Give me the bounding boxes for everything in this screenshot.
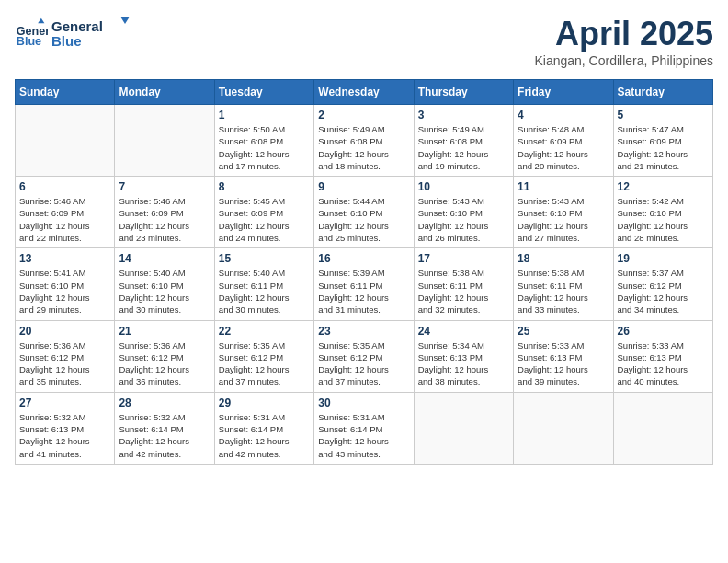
- day-detail: Sunrise: 5:46 AM Sunset: 6:09 PM Dayligh…: [119, 195, 210, 244]
- day-cell: 16Sunrise: 5:39 AM Sunset: 6:11 PM Dayli…: [314, 248, 414, 320]
- day-detail: Sunrise: 5:36 AM Sunset: 6:12 PM Dayligh…: [19, 339, 110, 388]
- day-cell: 30Sunrise: 5:31 AM Sunset: 6:14 PM Dayli…: [314, 392, 414, 464]
- day-detail: Sunrise: 5:46 AM Sunset: 6:09 PM Dayligh…: [19, 195, 110, 244]
- day-cell: 22Sunrise: 5:35 AM Sunset: 6:12 PM Dayli…: [214, 320, 313, 392]
- day-number: 22: [219, 325, 310, 338]
- day-detail: Sunrise: 5:40 AM Sunset: 6:11 PM Dayligh…: [219, 267, 310, 316]
- day-cell: 21Sunrise: 5:36 AM Sunset: 6:12 PM Dayli…: [115, 320, 214, 392]
- weekday-header-saturday: Saturday: [613, 80, 712, 105]
- day-cell: [16, 105, 115, 177]
- day-number: 8: [219, 180, 310, 193]
- logo: General Blue General Blue: [15, 15, 134, 52]
- day-number: 13: [19, 252, 110, 265]
- day-detail: Sunrise: 5:38 AM Sunset: 6:11 PM Dayligh…: [518, 267, 609, 316]
- day-number: 6: [19, 180, 110, 193]
- day-cell: 23Sunrise: 5:35 AM Sunset: 6:12 PM Dayli…: [314, 320, 414, 392]
- day-cell: 14Sunrise: 5:40 AM Sunset: 6:10 PM Dayli…: [115, 248, 214, 320]
- day-number: 15: [219, 252, 310, 265]
- day-detail: Sunrise: 5:34 AM Sunset: 6:13 PM Dayligh…: [418, 339, 509, 388]
- day-number: 29: [219, 396, 310, 409]
- day-cell: 13Sunrise: 5:41 AM Sunset: 6:10 PM Dayli…: [16, 248, 115, 320]
- week-row-3: 13Sunrise: 5:41 AM Sunset: 6:10 PM Dayli…: [16, 248, 713, 320]
- day-cell: 17Sunrise: 5:38 AM Sunset: 6:11 PM Dayli…: [414, 248, 513, 320]
- month-title: April 2025: [534, 15, 713, 53]
- calendar-table: SundayMondayTuesdayWednesdayThursdayFrid…: [15, 79, 713, 465]
- day-number: 7: [119, 180, 210, 193]
- day-detail: Sunrise: 5:32 AM Sunset: 6:13 PM Dayligh…: [19, 411, 110, 460]
- day-number: 5: [618, 109, 709, 121]
- location-subtitle: Kiangan, Cordillera, Philippines: [534, 53, 713, 68]
- svg-text:Blue: Blue: [51, 33, 82, 49]
- day-detail: Sunrise: 5:31 AM Sunset: 6:14 PM Dayligh…: [318, 411, 409, 460]
- day-cell: 11Sunrise: 5:43 AM Sunset: 6:10 PM Dayli…: [514, 177, 613, 248]
- day-cell: 6Sunrise: 5:46 AM Sunset: 6:09 PM Daylig…: [16, 177, 115, 248]
- day-number: 25: [518, 325, 609, 338]
- day-number: 10: [418, 180, 509, 193]
- day-detail: Sunrise: 5:38 AM Sunset: 6:11 PM Dayligh…: [418, 267, 509, 316]
- day-detail: Sunrise: 5:43 AM Sunset: 6:10 PM Dayligh…: [418, 195, 509, 244]
- day-detail: Sunrise: 5:43 AM Sunset: 6:10 PM Dayligh…: [518, 195, 609, 244]
- day-number: 4: [518, 109, 609, 121]
- day-detail: Sunrise: 5:49 AM Sunset: 6:08 PM Dayligh…: [318, 123, 409, 172]
- day-detail: Sunrise: 5:49 AM Sunset: 6:08 PM Dayligh…: [418, 123, 509, 172]
- day-detail: Sunrise: 5:44 AM Sunset: 6:10 PM Dayligh…: [318, 195, 409, 244]
- day-number: 3: [418, 109, 509, 121]
- day-cell: 10Sunrise: 5:43 AM Sunset: 6:10 PM Dayli…: [414, 177, 513, 248]
- weekday-header-thursday: Thursday: [414, 80, 513, 105]
- title-block: April 2025 Kiangan, Cordillera, Philippi…: [534, 15, 713, 68]
- day-cell: 3Sunrise: 5:49 AM Sunset: 6:08 PM Daylig…: [414, 105, 513, 177]
- day-detail: Sunrise: 5:47 AM Sunset: 6:09 PM Dayligh…: [618, 123, 709, 172]
- day-cell: 2Sunrise: 5:49 AM Sunset: 6:08 PM Daylig…: [314, 105, 414, 177]
- day-cell: 25Sunrise: 5:33 AM Sunset: 6:13 PM Dayli…: [514, 320, 613, 392]
- day-cell: 29Sunrise: 5:31 AM Sunset: 6:14 PM Dayli…: [214, 392, 313, 464]
- day-number: 28: [119, 396, 210, 409]
- day-detail: Sunrise: 5:45 AM Sunset: 6:09 PM Dayligh…: [219, 195, 310, 244]
- day-number: 17: [418, 252, 509, 265]
- day-number: 12: [618, 180, 709, 193]
- day-number: 16: [318, 252, 409, 265]
- day-number: 9: [318, 180, 409, 193]
- day-number: 23: [318, 325, 409, 338]
- day-cell: 15Sunrise: 5:40 AM Sunset: 6:11 PM Dayli…: [214, 248, 313, 320]
- day-cell: 8Sunrise: 5:45 AM Sunset: 6:09 PM Daylig…: [214, 177, 313, 248]
- day-cell: [514, 392, 613, 464]
- day-cell: 20Sunrise: 5:36 AM Sunset: 6:12 PM Dayli…: [16, 320, 115, 392]
- weekday-header-sunday: Sunday: [16, 80, 115, 105]
- weekday-header-row: SundayMondayTuesdayWednesdayThursdayFrid…: [16, 80, 713, 105]
- day-number: 26: [618, 325, 709, 338]
- day-cell: 1Sunrise: 5:50 AM Sunset: 6:08 PM Daylig…: [214, 105, 313, 177]
- day-cell: 7Sunrise: 5:46 AM Sunset: 6:09 PM Daylig…: [115, 177, 214, 248]
- day-detail: Sunrise: 5:40 AM Sunset: 6:10 PM Dayligh…: [119, 267, 210, 316]
- day-detail: Sunrise: 5:50 AM Sunset: 6:08 PM Dayligh…: [219, 123, 310, 172]
- day-cell: 28Sunrise: 5:32 AM Sunset: 6:14 PM Dayli…: [115, 392, 214, 464]
- page-header: General Blue General Blue April 2025 Kia…: [15, 15, 713, 68]
- day-number: 24: [418, 325, 509, 338]
- day-detail: Sunrise: 5:39 AM Sunset: 6:11 PM Dayligh…: [318, 267, 409, 316]
- day-number: 18: [518, 252, 609, 265]
- day-cell: 12Sunrise: 5:42 AM Sunset: 6:10 PM Dayli…: [613, 177, 712, 248]
- day-cell: 18Sunrise: 5:38 AM Sunset: 6:11 PM Dayli…: [514, 248, 613, 320]
- day-number: 2: [318, 109, 409, 121]
- day-cell: 5Sunrise: 5:47 AM Sunset: 6:09 PM Daylig…: [613, 105, 712, 177]
- day-cell: 19Sunrise: 5:37 AM Sunset: 6:12 PM Dayli…: [613, 248, 712, 320]
- day-detail: Sunrise: 5:33 AM Sunset: 6:13 PM Dayligh…: [518, 339, 609, 388]
- day-cell: [115, 105, 214, 177]
- day-number: 21: [119, 325, 210, 338]
- logo-icon: General Blue: [15, 17, 48, 50]
- day-detail: Sunrise: 5:32 AM Sunset: 6:14 PM Dayligh…: [119, 411, 210, 460]
- day-number: 1: [219, 109, 310, 121]
- week-row-5: 27Sunrise: 5:32 AM Sunset: 6:13 PM Dayli…: [16, 392, 713, 464]
- day-cell: [613, 392, 712, 464]
- week-row-4: 20Sunrise: 5:36 AM Sunset: 6:12 PM Dayli…: [16, 320, 713, 392]
- day-detail: Sunrise: 5:41 AM Sunset: 6:10 PM Dayligh…: [19, 267, 110, 316]
- day-detail: Sunrise: 5:33 AM Sunset: 6:13 PM Dayligh…: [618, 339, 709, 388]
- day-detail: Sunrise: 5:48 AM Sunset: 6:09 PM Dayligh…: [518, 123, 609, 172]
- svg-text:Blue: Blue: [17, 35, 41, 48]
- weekday-header-monday: Monday: [115, 80, 214, 105]
- day-detail: Sunrise: 5:42 AM Sunset: 6:10 PM Dayligh…: [618, 195, 709, 244]
- day-cell: 27Sunrise: 5:32 AM Sunset: 6:13 PM Dayli…: [16, 392, 115, 464]
- day-number: 30: [318, 396, 409, 409]
- day-number: 27: [19, 396, 110, 409]
- day-number: 11: [518, 180, 609, 193]
- day-detail: Sunrise: 5:35 AM Sunset: 6:12 PM Dayligh…: [318, 339, 409, 388]
